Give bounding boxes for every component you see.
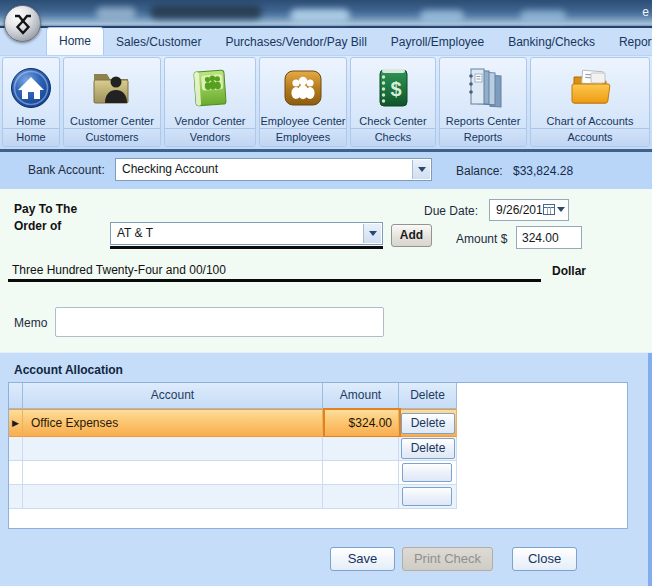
delete-cell	[399, 461, 457, 485]
tab-home[interactable]: Home	[46, 27, 104, 55]
table-row[interactable]	[9, 461, 457, 485]
bank-account-bar: Bank Account: Checking Account Balance: …	[0, 152, 652, 189]
toolbar-button-vendor-center[interactable]: Vendor Center Vendors	[164, 57, 256, 147]
account-allocation-title: Account Allocation	[14, 363, 123, 377]
amount-label: Amount $	[456, 232, 507, 246]
app-logo-icon	[10, 11, 36, 37]
delete-row-button[interactable]	[402, 463, 452, 482]
close-button[interactable]: Close	[512, 547, 577, 571]
home-icon	[10, 58, 52, 115]
due-date-value: 9/26/2014	[496, 200, 549, 220]
titlebar-text-fragment: e	[642, 5, 649, 19]
titlebar: e	[0, 0, 652, 28]
row-selector-cell	[9, 437, 23, 461]
toolbar-button-chart-of-accounts[interactable]: Chart of Accounts Accounts	[530, 57, 650, 147]
toolbar-button-check-center[interactable]: $ Check Center Checks	[350, 57, 436, 147]
svg-text:$: $	[390, 78, 401, 100]
add-payee-button[interactable]: Add	[391, 224, 432, 247]
balance-value: $33,824.28	[513, 164, 573, 178]
save-button[interactable]: Save	[330, 547, 395, 571]
account-allocation-section: Account Allocation Account Amount Delete…	[0, 352, 652, 586]
delete-row-button[interactable]	[402, 487, 452, 506]
due-date-field[interactable]: 9/26/2014	[489, 199, 569, 221]
toolbar-group-caption: Accounts	[531, 128, 649, 146]
balance-label: Balance:	[456, 164, 503, 178]
delete-cell: Delete	[399, 437, 457, 461]
employee-center-icon	[281, 58, 325, 115]
amount-cell[interactable]	[323, 437, 399, 461]
titlebar-blurred-text	[520, 10, 566, 22]
bank-account-value: Checking Account	[122, 159, 218, 180]
memo-label: Memo	[14, 316, 47, 330]
account-column-header: Account	[23, 383, 323, 409]
pay-to-label: Pay To The Order of	[14, 201, 77, 235]
account-cell[interactable]	[23, 461, 323, 485]
delete-cell	[399, 485, 457, 509]
table-row[interactable]	[9, 485, 457, 509]
toolbar-button-reports-center[interactable]: Reports Center Reports	[439, 57, 527, 147]
allocation-table-panel: Account Amount Delete ▶ Office Expenses …	[8, 382, 628, 529]
vendor-center-icon	[188, 58, 232, 115]
window-right-edge	[648, 353, 652, 586]
toolbar-group-caption: Vendors	[165, 128, 255, 146]
tab-report[interactable]: Report	[607, 29, 652, 55]
toolbar-button-label: Employee Center	[261, 115, 346, 128]
toolbar-button-label: Check Center	[359, 115, 426, 128]
amount-cell[interactable]	[323, 461, 399, 485]
delete-row-button[interactable]: Delete	[401, 438, 455, 459]
check-center-icon: $	[373, 58, 413, 115]
amount-cell[interactable]: $324.00	[323, 409, 399, 437]
toolbar-button-label: Vendor Center	[175, 115, 246, 128]
account-cell[interactable]: Office Expenses	[23, 409, 323, 437]
toolbar-button-customer-center[interactable]: Customer Center Customers	[63, 57, 161, 147]
current-row-arrow-icon: ▶	[9, 410, 22, 436]
ribbon-toolbar: Home Home Customer Center Customer	[0, 56, 652, 149]
titlebar-blurred-text	[96, 7, 136, 19]
date-dropdown-arrow-icon[interactable]	[557, 207, 565, 212]
due-date-label: Due Date:	[424, 204, 478, 218]
row-selector-cell: ▶	[9, 409, 23, 437]
delete-cell: Delete	[399, 409, 457, 437]
toolbar-button-employee-center[interactable]: Employee Center Employees	[259, 57, 347, 147]
bank-account-select[interactable]: Checking Account	[115, 158, 432, 181]
payee-value: AT & T	[117, 223, 153, 244]
dropdown-arrow-icon[interactable]	[412, 160, 430, 179]
amount-input[interactable]	[516, 226, 582, 249]
table-row-selected[interactable]: ▶ Office Expenses $324.00 Delete	[9, 409, 457, 437]
memo-input[interactable]	[55, 307, 384, 337]
tab-purchases-vendor-pay-bill[interactable]: Purchases/Vendor/Pay Bill	[213, 29, 378, 55]
payee-underline	[110, 246, 383, 249]
toolbar-button-label: Reports Center	[446, 115, 521, 128]
row-selector-header	[9, 383, 23, 409]
toolbar-button-label: Home	[16, 115, 45, 128]
tab-banking-checks[interactable]: Banking/Checks	[496, 29, 607, 55]
tab-sales-customer[interactable]: Sales/Customer	[104, 29, 213, 55]
written-amount-text: Three Hundred Twenty-Four and 00/100	[12, 263, 226, 277]
pay-to-label-line1: Pay To The	[14, 201, 77, 218]
payee-select[interactable]: AT & T	[110, 222, 383, 245]
account-cell[interactable]	[23, 485, 323, 509]
amount-column-header: Amount	[323, 383, 399, 409]
chart-of-accounts-icon	[567, 58, 613, 115]
amount-cell[interactable]	[323, 485, 399, 509]
written-amount-line	[8, 279, 541, 282]
tab-bar: Home Sales/Customer Purchases/Vendor/Pay…	[0, 28, 652, 56]
toolbar-button-home[interactable]: Home Home	[2, 57, 60, 147]
pay-to-label-line2: Order of	[14, 218, 77, 235]
delete-row-button[interactable]: Delete	[401, 413, 455, 434]
app-window: e Home Sales/Customer Purchases/Vendor/P…	[0, 0, 652, 586]
dollar-label: Dollar	[552, 264, 586, 278]
toolbar-button-label: Chart of Accounts	[547, 115, 634, 128]
row-selector-cell	[9, 461, 23, 485]
dropdown-arrow-icon[interactable]	[363, 224, 381, 243]
titlebar-blurred-text	[420, 10, 464, 22]
toolbar-group-caption: Employees	[260, 128, 346, 146]
toolbar-group-caption: Checks	[351, 128, 435, 146]
account-cell[interactable]	[23, 437, 323, 461]
delete-column-header: Delete	[399, 383, 457, 409]
table-row[interactable]: Delete	[9, 437, 457, 461]
tab-payroll-employee[interactable]: Payroll/Employee	[379, 29, 496, 55]
print-check-button[interactable]: Print Check	[402, 547, 493, 571]
app-logo-button[interactable]	[4, 5, 41, 42]
calendar-icon[interactable]	[543, 204, 555, 215]
